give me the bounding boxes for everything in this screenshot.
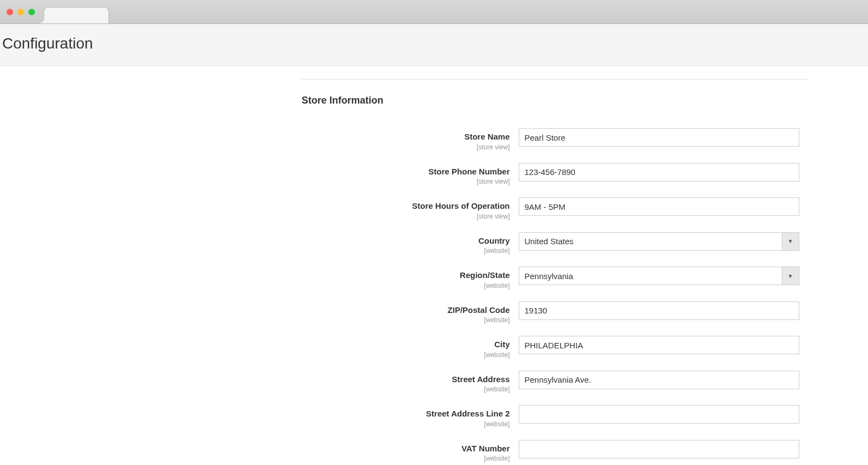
scope-label: [website] <box>61 247 510 255</box>
region-label: Region/State <box>460 270 510 280</box>
scope-label: [store view] <box>61 143 510 151</box>
input-col <box>519 163 799 182</box>
street1-label: Street Address <box>452 375 509 384</box>
row-city: City [website] <box>61 336 808 359</box>
scope-label: [website] <box>61 351 510 359</box>
label-col: Store Name [store view] <box>61 128 519 151</box>
input-col <box>519 197 799 216</box>
label-col: Street Address Line 2 [website] <box>61 405 519 428</box>
row-zip: ZIP/Postal Code [website] <box>61 301 808 324</box>
label-col: Street Address [website] <box>61 371 519 394</box>
row-vat: VAT Number [website] <box>61 440 808 463</box>
scope-label: [website] <box>61 420 510 428</box>
close-window-icon[interactable] <box>7 9 13 15</box>
country-select[interactable] <box>519 232 799 251</box>
region-select[interactable] <box>519 267 799 285</box>
scope-label: [store view] <box>61 178 510 185</box>
section-divider <box>302 79 808 80</box>
city-input[interactable] <box>519 336 799 354</box>
zip-label: ZIP/Postal Code <box>447 305 509 315</box>
label-col: Store Hours of Operation [store view] <box>61 197 519 220</box>
scope-label: [website] <box>61 455 510 462</box>
maximize-window-icon[interactable] <box>28 9 35 15</box>
store-hours-label: Store Hours of Operation <box>412 201 509 210</box>
input-col <box>519 336 799 354</box>
label-col: Region/State [website] <box>61 267 519 289</box>
street1-input[interactable] <box>519 371 799 389</box>
window-controls <box>7 9 35 15</box>
page-header: Configuration <box>0 24 868 66</box>
zip-input[interactable] <box>519 301 799 320</box>
row-street1: Street Address [website] <box>61 371 808 394</box>
row-street2: Street Address Line 2 [website] <box>61 405 808 428</box>
input-col: ▼ <box>519 267 799 285</box>
page-title: Configuration <box>0 35 868 52</box>
input-col <box>519 301 799 320</box>
scope-label: [website] <box>61 385 510 393</box>
label-col: City [website] <box>61 336 519 359</box>
row-store-phone: Store Phone Number [store view] <box>61 163 808 186</box>
scope-label: [website] <box>61 282 510 289</box>
vat-label: VAT Number <box>462 444 510 453</box>
row-store-name: Store Name [store view] <box>61 128 808 151</box>
store-hours-input[interactable] <box>519 197 799 216</box>
label-col: ZIP/Postal Code [website] <box>61 301 519 324</box>
vat-input[interactable] <box>519 440 799 458</box>
label-col: VAT Number [website] <box>61 440 519 463</box>
street2-input[interactable] <box>519 405 799 424</box>
store-name-label: Store Name <box>464 132 509 141</box>
row-store-hours: Store Hours of Operation [store view] <box>61 197 808 220</box>
city-label: City <box>494 340 509 349</box>
input-col: ▼ <box>519 232 799 251</box>
input-col <box>519 405 799 424</box>
input-col <box>519 371 799 389</box>
label-col: Country [website] <box>61 232 519 255</box>
country-label: Country <box>478 236 510 245</box>
input-col <box>519 128 799 147</box>
row-country: Country [website] ▼ <box>61 232 808 255</box>
store-name-input[interactable] <box>519 128 799 147</box>
street2-label: Street Address Line 2 <box>426 409 510 418</box>
store-phone-input[interactable] <box>519 163 799 182</box>
scope-label: [website] <box>61 316 510 324</box>
section-title: Store Information <box>302 95 808 106</box>
label-col: Store Phone Number [store view] <box>61 163 519 186</box>
row-region: Region/State [website] ▼ <box>61 267 808 289</box>
input-col <box>519 440 799 458</box>
browser-chrome <box>0 0 868 24</box>
content: Store Information Store Name [store view… <box>61 79 808 465</box>
store-phone-label: Store Phone Number <box>428 167 509 176</box>
scope-label: [store view] <box>61 213 510 220</box>
minimize-window-icon[interactable] <box>17 9 24 15</box>
browser-tab[interactable] <box>44 7 109 23</box>
